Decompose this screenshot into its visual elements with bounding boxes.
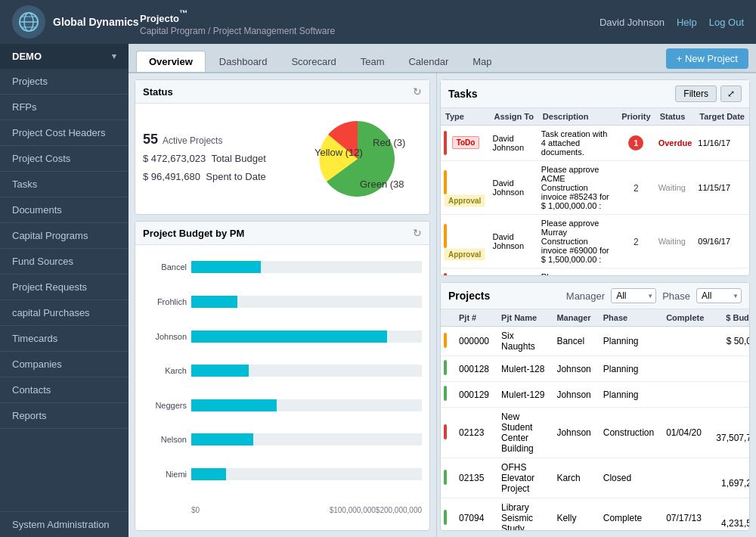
task-row: Approval DavidJohnson Please approve Mur… bbox=[441, 215, 749, 268]
sidebar-item-fund-sources[interactable]: Fund Sources bbox=[0, 249, 129, 275]
x-axis-2: $200,000,000 bbox=[376, 506, 422, 514]
task-row: ToDo DavidJohnson Task creation with 4 a… bbox=[441, 126, 749, 161]
x-axis-0: $0 bbox=[191, 506, 200, 514]
total-budget-label: Total Budget bbox=[211, 153, 265, 164]
proj-col-name: Pjt Name bbox=[495, 309, 550, 327]
status-card-title: Status bbox=[143, 86, 413, 98]
bar-label-nelson: Nelson bbox=[143, 435, 187, 444]
proj-col-pjt-num: Pjt # bbox=[453, 309, 495, 327]
sidebar-item-companies[interactable]: Companies bbox=[0, 352, 129, 377]
priority-num: 2 bbox=[634, 183, 639, 194]
header-username: David Johnson bbox=[600, 17, 665, 28]
tasks-col-desc: Description bbox=[538, 108, 617, 126]
header-logout-link[interactable]: Log Out bbox=[709, 17, 744, 28]
phase-filter-label: Phase bbox=[662, 290, 690, 302]
proj-col-phase: Phase bbox=[597, 309, 660, 327]
tasks-col-date: Target Date bbox=[695, 108, 749, 126]
logo-icon bbox=[12, 5, 45, 39]
bar-label-niemi: Niemi bbox=[143, 470, 187, 479]
proj-col-manager: Manager bbox=[550, 309, 596, 327]
budget-refresh-icon[interactable]: ↻ bbox=[413, 227, 422, 239]
projects-section-title: Projects bbox=[448, 290, 490, 302]
tasks-col-assign: Assign To bbox=[490, 108, 538, 126]
expand-button[interactable]: ⤢ bbox=[720, 85, 742, 102]
company-name: Global Dynamics bbox=[53, 16, 139, 28]
spent-to-date-label: Spent to Date bbox=[206, 171, 266, 182]
project-row[interactable]: 02123 New Student Center Building Johnso… bbox=[441, 408, 749, 458]
project-row[interactable]: 000129 Mulert-129 Johnson Planning $ 0 bbox=[441, 382, 749, 408]
proj-col-num bbox=[441, 309, 453, 327]
sidebar-item-rfps[interactable]: RFPs bbox=[0, 95, 129, 120]
tab-map[interactable]: Map bbox=[460, 51, 503, 72]
sidebar-item-project-cost-headers[interactable]: Project Cost Headers bbox=[0, 120, 129, 146]
task-type-badge: ToDo bbox=[452, 136, 480, 149]
bar-label-karch: Karch bbox=[143, 366, 187, 375]
manager-filter-label: Manager bbox=[566, 290, 605, 302]
project-row[interactable]: 02135 OFHS Elevator Project Karch Closed… bbox=[441, 458, 749, 498]
sidebar-item-documents[interactable]: Documents bbox=[0, 197, 129, 223]
sidebar-item-timecards[interactable]: Timecards bbox=[0, 326, 129, 352]
svg-text:Green (38: Green (38 bbox=[360, 178, 404, 190]
status-refresh-icon[interactable]: ↻ bbox=[413, 85, 422, 98]
task-type-badge: Approval bbox=[444, 248, 485, 261]
tab-overview[interactable]: Overview bbox=[136, 51, 206, 72]
tasks-col-type: Type bbox=[441, 108, 490, 126]
sidebar-item-tasks[interactable]: Tasks bbox=[0, 172, 129, 197]
sidebar-item-projects[interactable]: Projects bbox=[0, 69, 129, 95]
project-row[interactable]: 07094 Library Seismic Study Kelly Comple… bbox=[441, 498, 749, 531]
project-row[interactable]: 000000 Six Naughts Bancel Planning $ 50,… bbox=[441, 327, 749, 356]
tasks-col-status: Status bbox=[655, 108, 696, 126]
task-row: Approval DavidJohnson Please approve ACM… bbox=[441, 161, 749, 215]
budget-chart-title: Project Budget by PM bbox=[143, 228, 413, 239]
sidebar-item-reports[interactable]: Reports bbox=[0, 403, 129, 429]
sidebar-demo-label: DEMO ▾ bbox=[0, 44, 129, 69]
priority-badge: 1 bbox=[628, 135, 643, 151]
bar-label-bancel: Bancel bbox=[143, 262, 187, 272]
bar-label-neggers: Neggers bbox=[143, 401, 187, 410]
tab-calendar[interactable]: Calendar bbox=[396, 51, 460, 72]
tab-dashboard[interactable]: Dashboard bbox=[207, 51, 280, 72]
task-type-badge: Approval bbox=[444, 194, 485, 207]
tab-team[interactable]: Team bbox=[349, 51, 397, 72]
phase-filter-select[interactable]: All bbox=[696, 288, 742, 303]
sidebar-item-project-requests[interactable]: Project Requests bbox=[0, 275, 129, 300]
new-project-button[interactable]: + New Project bbox=[666, 48, 748, 69]
project-row[interactable]: 000128 Mulert-128 Johnson Planning $ 0 bbox=[441, 356, 749, 382]
tasks-col-priority: Priority bbox=[617, 108, 655, 126]
svg-text:Yellow (12): Yellow (12) bbox=[314, 147, 363, 158]
proj-col-budget: $ Budget bbox=[710, 309, 749, 327]
sidebar-item-capital-purchases[interactable]: capital Purchases bbox=[0, 300, 129, 326]
task-row: Approval DavidJohnson Please approve Cou… bbox=[441, 268, 749, 276]
active-projects-count: 55 bbox=[143, 132, 158, 147]
app-title: Projecto™ bbox=[140, 8, 335, 26]
bar-label-frohlich: Frohlich bbox=[143, 297, 187, 306]
app-subtitle: Capital Program / Project Management Sof… bbox=[140, 26, 335, 36]
header-help-link[interactable]: Help bbox=[677, 17, 697, 28]
tab-scorecard[interactable]: Scorecard bbox=[279, 51, 348, 72]
total-budget-value: $ 472,673,023 bbox=[143, 153, 206, 164]
tasks-section-title: Tasks bbox=[448, 88, 675, 100]
sidebar-item-contacts[interactable]: Contacts bbox=[0, 377, 129, 403]
sidebar-item-capital-programs[interactable]: Capital Programs bbox=[0, 223, 129, 249]
priority-num: 2 bbox=[634, 237, 639, 247]
bar-label-johnson: Johnson bbox=[143, 332, 187, 341]
filters-button[interactable]: Filters bbox=[675, 85, 717, 102]
sidebar-item-system-admin[interactable]: System Administration bbox=[0, 511, 129, 537]
status-pie-chart: Red (3) Yellow (12) Green (38 bbox=[293, 110, 422, 208]
spent-to-date-value: $ 96,491,680 bbox=[143, 171, 200, 182]
proj-col-complete: Complete bbox=[660, 309, 710, 327]
active-projects-label: Active Projects bbox=[163, 135, 222, 146]
svg-text:Red (3): Red (3) bbox=[373, 137, 405, 148]
x-axis-1: $100,000,000 bbox=[330, 506, 376, 514]
manager-filter-select[interactable]: All bbox=[611, 288, 656, 303]
sidebar-item-project-costs[interactable]: Project Costs bbox=[0, 146, 129, 172]
